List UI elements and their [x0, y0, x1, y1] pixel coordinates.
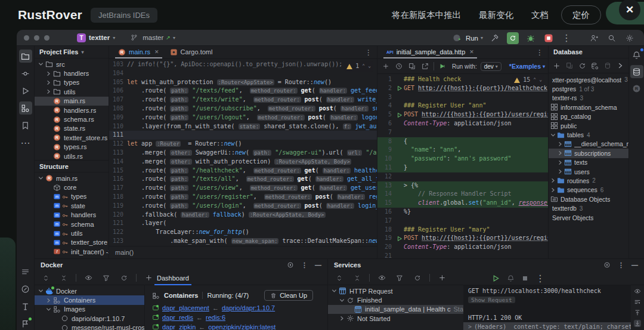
code-line[interactable]: 106 .route( path: "/texts/feed", method_… — [109, 87, 377, 95]
filter-icon[interactable] — [394, 272, 405, 284]
code-line[interactable]: 12 — [377, 172, 548, 181]
code-line[interactable]: 17 — [377, 217, 548, 226]
tab-cargo-toml[interactable]: Cargo.toml — [165, 45, 218, 58]
tree-item-database-objects[interactable]: Database Objects — [549, 195, 628, 203]
code-line[interactable]: 19POST http://{{host}}:{{port}}/users/re… — [377, 234, 548, 243]
code-line[interactable]: 4### Register User "ann" — [377, 101, 548, 110]
code-line[interactable]: 109 .route( path: "/users/logout", metho… — [109, 113, 377, 122]
code-line[interactable]: 120 .fallback( handler: fallback) :Route… — [109, 211, 377, 220]
run-all-icon[interactable] — [438, 60, 447, 72]
code-line[interactable]: 122 TraceLayer::new_for_http() — [109, 228, 377, 237]
nav-whats-new[interactable]: 最新变化 — [479, 10, 513, 21]
expand-all-icon[interactable] — [333, 272, 345, 284]
code-line[interactable]: 112let app :Router = Router::new() — [109, 140, 377, 149]
jetbrains-ides-badge[interactable]: JetBrains IDEs — [91, 8, 157, 23]
code-line[interactable]: 103// info!("{}", ApiDoc::openapi().to_p… — [109, 60, 377, 69]
tree-item-tables[interactable]: tables4 — [549, 130, 628, 139]
code-line[interactable]: 6Content-Type: application/json — [377, 119, 548, 128]
code-line[interactable]: 104 — [109, 69, 377, 78]
code-line[interactable]: 10 "password": "ann's password" — [377, 155, 548, 164]
code-line[interactable]: 7 — [377, 128, 548, 137]
tree-item-server-objects[interactable]: Server Objects — [549, 213, 628, 222]
tree-item-messense-rust-musl-cross-x86-6[interactable]: messense/rust-musl-cross:x86_6 — [35, 323, 144, 330]
settings-gear-icon[interactable] — [624, 32, 636, 44]
code-line[interactable]: 107 .route( path: "/texts/write", method… — [109, 95, 377, 104]
more-tools-icon[interactable]: ⋯ — [19, 136, 32, 149]
minimize-icon[interactable]: — — [315, 261, 321, 269]
tree-item-schema-rs[interactable]: Rschema.rs — [35, 115, 109, 124]
container-link[interactable]: dapr_placement — [162, 304, 209, 312]
collapse-all-icon[interactable] — [58, 272, 70, 284]
close-icon[interactable]: ✕ — [154, 49, 159, 55]
tree-item-subscriptions[interactable]: subscriptions — [549, 149, 628, 158]
tree-item-postgres[interactable]: postgres1 of 3 — [549, 84, 628, 93]
build-hammer-icon[interactable] — [489, 32, 501, 44]
project-selector[interactable]: T textter ▾ — [77, 33, 115, 42]
tree-item-textter-store[interactable]: mtextter_store — [35, 238, 109, 247]
tree-item-main-rs[interactable]: Rmain.rs — [35, 174, 109, 183]
code-line[interactable]: 105let with_auth_protection :Router<AppS… — [109, 78, 377, 87]
tree-item-types-rs[interactable]: Rtypes.rs — [35, 143, 109, 152]
tree-item-types[interactable]: types — [35, 78, 109, 87]
tab-dashboard[interactable]: Dashboard — [151, 271, 195, 285]
services-tool-icon[interactable] — [19, 317, 32, 330]
terminal-tool-icon[interactable] — [19, 265, 32, 278]
tree-item-diesel-schema-mig[interactable]: __diesel_schema_mig — [549, 140, 628, 149]
run-configuration[interactable]: Run ▾ — [451, 32, 483, 44]
tree-item-state-rs[interactable]: Rstate.rs — [35, 124, 109, 133]
examples-link[interactable]: *Examples▾ — [507, 63, 545, 70]
code-line[interactable]: 116 .route( path: "/texts/all", method_r… — [109, 175, 377, 184]
minimize-icon[interactable]: — — [631, 261, 638, 269]
code-editor[interactable]: 1⌃⌄ 103// info!("{}", ApiDoc::openapi().… — [109, 59, 377, 245]
tree-item-http-request[interactable]: HTTP Request — [328, 286, 463, 295]
refresh-icon[interactable] — [411, 272, 423, 284]
expand-all-icon[interactable] — [40, 272, 52, 284]
commit-tool-icon[interactable] — [19, 67, 32, 80]
console-line[interactable]: HTTP/1.1 200 OK — [463, 313, 644, 322]
environment-select[interactable]: dev▾ — [481, 62, 501, 71]
code-line[interactable]: 9 "name": "ann", — [377, 146, 548, 155]
add-datasource-icon[interactable] — [553, 60, 561, 72]
run-request-icon[interactable] — [395, 84, 404, 93]
copy-icon[interactable] — [565, 60, 573, 72]
database-tool-icon[interactable] — [630, 65, 643, 78]
code-line[interactable]: 115 .route( path: "/healthcheck", method… — [109, 166, 377, 175]
chevron-right-icon[interactable] — [617, 60, 624, 72]
filter-icon[interactable] — [100, 272, 112, 284]
image-link[interactable]: redis:6 — [206, 314, 225, 321]
code-with-me-icon[interactable] — [588, 32, 600, 44]
scroll-to-top-icon[interactable] — [634, 309, 641, 316]
tree-item-utils-rs[interactable]: Rutils.rs — [35, 152, 109, 160]
rerun-button[interactable] — [507, 32, 519, 44]
console-line[interactable]: Show Request — [463, 295, 644, 304]
run-request-icon[interactable] — [492, 275, 500, 282]
services-header[interactable]: Services ⋮ — — [328, 259, 644, 271]
code-line[interactable]: 110 .layer(from_fn_with_state( state: sh… — [109, 122, 377, 131]
bookmarks-tool-icon[interactable] — [19, 119, 32, 132]
more-actions-icon[interactable]: ⋮ — [561, 32, 572, 44]
tree-item-docker[interactable]: Docker — [35, 286, 144, 295]
inspection-widget[interactable]: 15⌃⌄ — [512, 75, 544, 85]
close-icon[interactable]: ✕ — [469, 49, 474, 55]
tree-item-users[interactable]: users — [549, 167, 628, 176]
tree-item-utils[interactable]: mutils — [35, 229, 109, 238]
nav-docs[interactable]: 文档 — [531, 10, 549, 21]
code-line[interactable]: 111 — [109, 131, 377, 140]
run-tool-icon[interactable] — [19, 84, 32, 97]
tree-item-handlers-rs[interactable]: Rhandlers.rs — [35, 106, 109, 115]
tree-item-public[interactable]: public — [549, 121, 628, 130]
image-link[interactable]: daprio/dapr:1.10.7 — [222, 304, 275, 312]
refresh-icon[interactable] — [578, 60, 586, 72]
tree-item-pg-catalog[interactable]: pg_catalog — [549, 112, 628, 121]
datasource-settings-icon[interactable] — [591, 60, 599, 72]
stop-button[interactable] — [543, 32, 555, 44]
tree-item-main-rs[interactable]: Rmain.rs — [35, 97, 109, 106]
structure-tool-icon[interactable] — [19, 101, 32, 115]
tree-item-images[interactable]: Images — [35, 305, 144, 314]
tree-item-not-started[interactable]: Not Started — [328, 314, 463, 323]
target-icon[interactable] — [287, 261, 294, 269]
bell-icon[interactable] — [507, 275, 515, 282]
open-log-icon[interactable] — [420, 60, 430, 72]
code-line[interactable]: 16%} — [377, 208, 548, 217]
pricing-button[interactable]: 定价 — [561, 5, 601, 24]
